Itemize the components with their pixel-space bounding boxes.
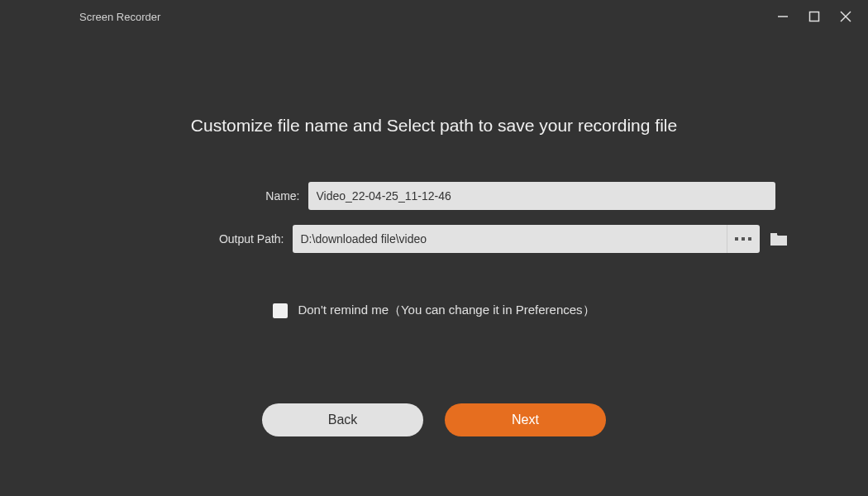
name-row: Name: <box>93 182 775 210</box>
name-label: Name: <box>93 189 308 203</box>
browse-button[interactable] <box>727 225 760 253</box>
page-heading: Customize file name and Select path to s… <box>191 116 677 136</box>
ellipsis-icon <box>742 237 745 241</box>
folder-icon <box>770 231 788 246</box>
minimize-button[interactable] <box>775 9 790 24</box>
ellipsis-icon <box>748 237 751 241</box>
window-title: Screen Recorder <box>79 11 160 23</box>
button-row: Back Next <box>0 403 868 436</box>
open-folder-button[interactable] <box>766 227 791 251</box>
maximize-button[interactable] <box>807 9 822 24</box>
dont-remind-checkbox[interactable] <box>273 303 288 318</box>
back-button[interactable]: Back <box>262 403 423 436</box>
next-button[interactable]: Next <box>445 403 606 436</box>
output-path-input[interactable] <box>293 225 727 253</box>
dont-remind-label: Don't remind me（You can change it in Pre… <box>298 303 594 318</box>
window-controls <box>775 9 853 24</box>
titlebar: Screen Recorder <box>0 0 868 33</box>
main-content: Customize file name and Select path to s… <box>0 33 868 318</box>
output-path-label: Output Path: <box>78 232 293 246</box>
path-controls <box>293 225 791 253</box>
close-button[interactable] <box>838 9 853 24</box>
ellipsis-icon <box>735 237 738 241</box>
svg-rect-1 <box>810 12 819 21</box>
name-input[interactable] <box>308 182 775 210</box>
maximize-icon <box>808 11 820 22</box>
path-input-wrap <box>293 225 760 253</box>
remind-row: Don't remind me（You can change it in Pre… <box>273 303 594 318</box>
svg-rect-4 <box>770 233 777 235</box>
minimize-icon <box>776 10 789 23</box>
output-path-row: Output Path: <box>78 225 791 253</box>
close-icon <box>839 10 852 23</box>
